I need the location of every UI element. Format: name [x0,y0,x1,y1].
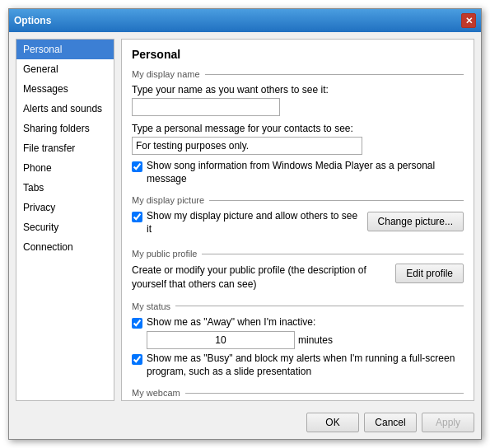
busy-checkbox-row: Show me as "Busy" and block my alerts wh… [132,352,464,378]
webcam-header-text: My webcam [132,388,180,398]
display-picture-row: Show my display picture and allow others… [132,210,464,239]
webcam-header: My webcam [132,388,464,398]
wmp-checkbox[interactable] [132,161,142,172]
display-picture-section: My display picture Show my display pictu… [132,195,464,239]
window-title: Options [14,15,51,26]
content-panel: Personal My display name Type your name … [121,39,474,401]
sidebar-item-sharing-folders[interactable]: Sharing folders [16,119,114,138]
sidebar-item-general[interactable]: General [16,59,114,79]
display-name-divider [205,74,464,75]
sidebar-item-privacy[interactable]: Privacy [16,198,114,217]
footer: OK Cancel Apply [9,408,481,439]
display-name-section: My display name Type your name as you wa… [132,69,464,185]
cancel-button[interactable]: Cancel [364,413,417,432]
show-picture-checkbox-label: Show my display picture and allow others… [147,210,361,236]
close-button[interactable]: ✕ [461,13,476,28]
display-picture-header: My display picture [132,195,464,205]
busy-checkbox-label: Show me as "Busy" and block my alerts wh… [147,352,464,378]
edit-profile-button[interactable]: Edit profile [395,264,464,283]
sidebar-item-alerts-sounds[interactable]: Alerts and sounds [16,99,114,119]
display-name-input[interactable] [132,98,280,116]
sidebar-item-tabs[interactable]: Tabs [16,178,114,198]
busy-checkbox[interactable] [132,354,142,365]
sidebar-item-security[interactable]: Security [16,217,114,237]
public-profile-section: My public profile Create or modify your … [132,249,464,292]
personal-message-input[interactable] [132,137,362,155]
minutes-input[interactable]: 10 [147,331,295,349]
show-picture-checkbox[interactable] [132,212,142,222]
display-picture-left: Show my display picture and allow others… [132,210,361,239]
sidebar-item-personal[interactable]: Personal [16,40,114,59]
title-bar: Options ✕ [9,9,481,32]
sidebar-item-messages[interactable]: Messages [16,79,114,99]
away-checkbox[interactable] [132,318,142,329]
sidebar: PersonalGeneralMessagesAlerts and sounds… [16,39,114,401]
minutes-label: minutes [298,334,333,346]
public-profile-header-text: My public profile [132,249,197,259]
sidebar-item-connection[interactable]: Connection [16,237,114,257]
apply-button[interactable]: Apply [422,413,474,432]
window-body: PersonalGeneralMessagesAlerts and sounds… [9,32,481,408]
status-divider [175,306,464,306]
status-header-text: My status [132,301,170,311]
public-profile-row: Create or modify your public profile (th… [132,264,464,292]
page-title: Personal [132,48,464,61]
away-checkbox-row: Show me as "Away" when I'm inactive: 10 … [132,316,464,349]
public-profile-divider [202,254,464,254]
status-section: My status Show me as "Away" when I'm ina… [132,301,464,378]
name-label: Type your name as you want others to see… [132,84,464,96]
display-picture-header-text: My display picture [132,195,204,205]
sidebar-item-file-transfer[interactable]: File transfer [16,138,114,158]
show-picture-checkbox-row: Show my display picture and allow others… [132,210,361,236]
change-picture-button[interactable]: Change picture... [367,212,464,231]
wmp-checkbox-row: Show song information from Windows Media… [132,160,464,185]
display-name-header-text: My display name [132,69,200,79]
away-status-row: Show me as "Away" when I'm inactive: 10 … [147,316,464,349]
sidebar-item-phone[interactable]: Phone [16,158,114,178]
webcam-divider [185,393,464,394]
webcam-section: My webcam Allow others to see that I hav… [132,388,464,401]
wmp-checkbox-label: Show song information from Windows Media… [147,160,464,185]
display-picture-divider [209,200,464,201]
public-profile-description: Create or modify your public profile (th… [132,264,389,292]
public-profile-header: My public profile [132,249,464,259]
display-name-header: My display name [132,69,464,79]
message-label: Type a personal message for your contact… [132,123,464,134]
ok-button[interactable]: OK [306,413,359,432]
options-window: Options ✕ PersonalGeneralMessagesAlerts … [8,8,482,440]
status-header: My status [132,301,464,311]
away-label: Show me as "Away" when I'm inactive: [147,316,315,328]
